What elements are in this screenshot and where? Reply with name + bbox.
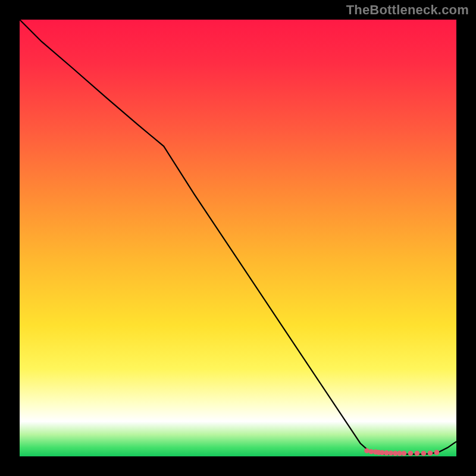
data-marker	[389, 450, 394, 456]
plot-area	[20, 20, 456, 456]
data-marker	[380, 450, 385, 455]
data-marker	[402, 451, 407, 456]
data-marker	[421, 451, 427, 456]
data-marker	[434, 450, 440, 455]
data-marker	[415, 451, 420, 456]
data-marker	[408, 451, 414, 456]
data-marker	[397, 451, 402, 456]
chart-overlay	[20, 20, 456, 456]
attribution-text: TheBottleneck.com	[346, 2, 469, 18]
data-marker	[393, 451, 398, 456]
curve-line	[20, 20, 456, 454]
data-marker	[384, 450, 389, 456]
chart-frame: TheBottleneck.com	[0, 0, 476, 476]
data-marker	[364, 448, 369, 453]
data-marker	[369, 449, 374, 455]
data-marker	[428, 450, 433, 456]
